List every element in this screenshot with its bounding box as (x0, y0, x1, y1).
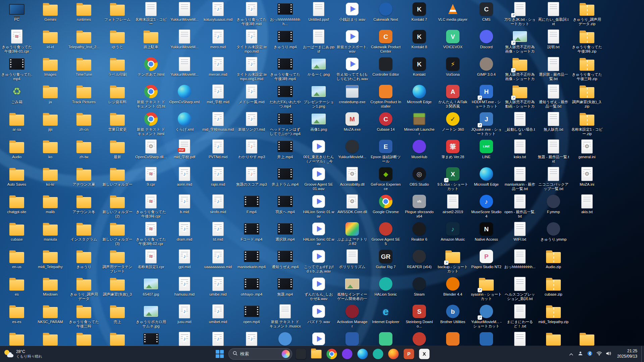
desktop-icon[interactable]: Mixdown (34, 275, 67, 302)
desktop-icon[interactable]: HALion Sonic (369, 275, 402, 302)
desktop-icon[interactable]: Groove Agent SE 5 (369, 220, 402, 247)
desktop-icon[interactable]: ↗syasinn - ショートカット (470, 275, 503, 302)
desktop-icon[interactable]: 筆筆まめ Ver.28 (436, 137, 470, 165)
desktop-icon[interactable]: テンポあて.html (134, 55, 168, 82)
desktop-icon[interactable]: jijii (34, 110, 67, 137)
tray-bluetooth-button[interactable] (586, 348, 594, 360)
desktop-icon[interactable]: 無題 - 親作品一覧.txt (537, 137, 570, 165)
desktop-icon[interactable]: Crypton Product Installer (369, 82, 402, 110)
desktop-icon[interactable]: WIFI.txt (503, 220, 537, 247)
desktop-icon[interactable]: ♪b.mid (168, 192, 201, 220)
desktop-icon[interactable]: EEpson 接続診断ツール (369, 137, 402, 165)
desktop-icon[interactable]: きゅうり_調声用データ.zip (570, 0, 604, 27)
desktop-icon[interactable]: きゅうり.ymmp (537, 220, 570, 247)
desktop-icon[interactable]: Cakewalk Next (369, 0, 402, 27)
desktop-icon[interactable]: アナウンス冬 (67, 192, 101, 220)
desktop-icon[interactable]: レジ袋有料 (101, 82, 134, 110)
desktop-icon[interactable]: ヘルスコンプレッション_歌詞.txt (503, 275, 537, 302)
taskbar-app-x-app[interactable]: X (418, 347, 431, 361)
desktop-icon[interactable]: Activation Manager (335, 302, 369, 330)
desktop-icon[interactable]: インスタグラム (67, 220, 101, 247)
desktop-icon[interactable]: Microsoft Edge (470, 165, 503, 192)
desktop-icon[interactable]: open - 親作品一覧.txt (503, 192, 537, 220)
desktop-icon[interactable]: sfzPlogue sforzando x64 (402, 192, 436, 220)
desktop-icon[interactable]: ↗無人販売不正行為画像 - ショートカット (503, 55, 537, 82)
desktop-icon[interactable]: ko (34, 137, 67, 165)
desktop-icon[interactable]: YukkuriMovieM... (335, 137, 369, 165)
taskbar-app-firefox[interactable] (387, 347, 400, 361)
desktop-icon[interactable] (268, 330, 302, 346)
desktop-icon[interactable]: es (0, 275, 34, 302)
desktop-icon[interactable]: 新しいフォルダー (2) (101, 192, 134, 220)
desktop-icon[interactable]: malib (34, 192, 67, 220)
desktop-icon[interactable]: ♪rajio.mid (201, 165, 235, 192)
desktop-icon[interactable]: GRGuitar Rig 7 (369, 247, 402, 275)
desktop-icon[interactable]: ♪ (235, 330, 268, 346)
tray-chevron-up-button[interactable] (567, 348, 576, 360)
desktop-icon[interactable]: maniuta (34, 220, 67, 247)
desktop-icon[interactable]: ↗無人販売不正行為動画 - ショートカット (503, 82, 537, 110)
desktop-icon[interactable]: ♪PVTNd.mid (201, 137, 235, 165)
desktop-icon[interactable]: ♻ごみ箱 (0, 82, 34, 110)
desktop-icon[interactable]: ⚙MoZA.ini (570, 165, 604, 192)
show-desktop-button[interactable] (641, 346, 643, 362)
desktop-icon[interactable]: ラベル印刷 (101, 55, 134, 82)
desktop-icon[interactable]: ↗YukkuriMovieM... - ショートカット (470, 302, 503, 330)
desktop-icon[interactable]: きゅうり食ってた午後三時.zip (570, 55, 604, 82)
desktop-icon[interactable]: きゅうり_調声用データ (67, 275, 101, 302)
desktop-icon[interactable]: ♪mid_学校.mid (201, 82, 235, 110)
desktop-icon[interactable]: Reaktor 6 (402, 220, 436, 247)
desktop-icon[interactable]: ⚙Accessibility.dll (335, 165, 369, 192)
desktop-icon[interactable]: ♪無題のスコア.mp3 (235, 165, 268, 192)
desktop-icon[interactable]: ずんだもん_しおかぜ&.wav (302, 275, 335, 302)
desktop-icon[interactable]: Microsoft Edge (402, 82, 436, 110)
desktop-icon[interactable]: ぷよぷよ™テトリス®2 (335, 220, 369, 247)
desktop-icon[interactable]: Telepathy_Inst_2... (67, 27, 101, 55)
desktop-icon[interactable]: ⚡VoiSona (436, 55, 470, 82)
desktop-icon[interactable]: YukkuriMovieM... (168, 0, 201, 27)
desktop-icon[interactable] (34, 330, 67, 346)
desktop-icon[interactable]: CCakewalk Product Center (369, 27, 402, 55)
desktop-icon[interactable]: Steam (402, 275, 436, 302)
desktop-icon[interactable]: だれだFXいれたやつ.mp4 (268, 82, 302, 110)
desktop-icon[interactable]: ♪mero.mid (201, 27, 235, 55)
start-button[interactable] (213, 347, 226, 361)
taskbar-app-musehub[interactable] (340, 347, 354, 361)
desktop-icon[interactable]: 画像1.png (302, 110, 335, 137)
desktop-icon[interactable]: Blender 4.4 (436, 275, 470, 302)
desktop-icon[interactable]: 新規 テキスト ドキュメント.musicxml (268, 302, 302, 330)
desktop-icon[interactable]: ohhayo-.mp4 (235, 275, 268, 302)
desktop-icon[interactable]: ♪Amazon Music (436, 220, 470, 247)
desktop-icon[interactable]: かるーく.png (302, 55, 335, 82)
desktop-icon[interactable] (402, 330, 436, 346)
desktop-icon[interactable]: ksks.txt (503, 137, 537, 165)
desktop-icon[interactable]: ♪新規ソング!.mid (235, 110, 268, 137)
desktop-icon[interactable]: midi_Telepathy.zip (537, 302, 570, 330)
desktop-icon[interactable]: ko-kr (34, 165, 67, 192)
desktop-icon[interactable]: createdump.exe (335, 82, 369, 110)
desktop-icon[interactable]: Fコード.mp4 (235, 220, 268, 247)
desktop-icon[interactable]: KKontakt (402, 55, 436, 82)
desktop-icon[interactable]: NKSC_PARAM (34, 302, 67, 330)
desktop-icon[interactable]: きゅうりポカロ用サムネ.jpg (134, 302, 168, 330)
desktop-icon[interactable]: ♪タイトル未設定.tempo.ong1.mid (235, 55, 268, 82)
desktop-icon[interactable]: 65407.jpg (134, 275, 168, 302)
desktop-icon[interactable]: F.ymmp (537, 192, 570, 220)
desktop-icon[interactable]: cubase (0, 220, 34, 247)
desktop-icon[interactable]: ≋きゅうり食ってた午後3時.cpr (134, 192, 168, 220)
desktop-icon[interactable]: 営業日変更 (101, 110, 134, 137)
desktop-icon[interactable]: Groove Agent SE 01.wav (302, 165, 335, 192)
desktop-icon[interactable]: ♪sirofo.mid (201, 192, 235, 220)
desktop-icon[interactable]: ゆうと (101, 27, 134, 55)
desktop-icon[interactable]: ♪dram.mid (168, 220, 201, 247)
desktop-icon[interactable]: Track Pictures (67, 82, 101, 110)
desktop-icon[interactable]: manisekarin.mp4 (235, 247, 268, 275)
desktop-icon[interactable]: Audio.zip (537, 247, 570, 275)
desktop-icon[interactable]: bBrother Utilities (436, 302, 470, 330)
desktop-icon[interactable]: PPiapro Studio NT2 (470, 247, 503, 275)
desktop-icon[interactable]: _起動しない場合.txt (503, 110, 537, 137)
weather-widget[interactable]: 28°C くもり時々晴れ (1, 347, 46, 361)
desktop-icon[interactable]: es-es (0, 302, 34, 330)
desktop-icon[interactable]: ♪meroin.mid (201, 55, 235, 82)
desktop-icon[interactable]: 死にたい_仮歌詞.txt (537, 0, 570, 27)
